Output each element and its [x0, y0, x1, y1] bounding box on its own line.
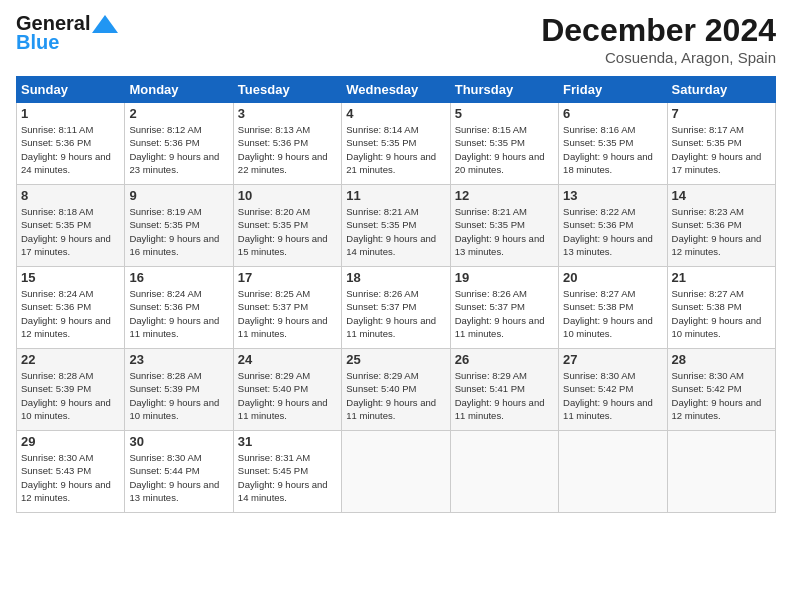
calendar-header-row: SundayMondayTuesdayWednesdayThursdayFrid… — [17, 77, 776, 103]
calendar-day-cell: 4Sunrise: 8:14 AMSunset: 5:35 PMDaylight… — [342, 103, 450, 185]
calendar-day-header: Thursday — [450, 77, 558, 103]
day-number: 2 — [129, 106, 228, 121]
header: General Blue December 2024 Cosuenda, Ara… — [16, 12, 776, 66]
day-info: Sunrise: 8:27 AMSunset: 5:38 PMDaylight:… — [563, 287, 662, 340]
calendar-day-cell: 22Sunrise: 8:28 AMSunset: 5:39 PMDayligh… — [17, 349, 125, 431]
day-number: 31 — [238, 434, 337, 449]
day-info: Sunrise: 8:22 AMSunset: 5:36 PMDaylight:… — [563, 205, 662, 258]
day-number: 21 — [672, 270, 771, 285]
calendar-day-cell: 30Sunrise: 8:30 AMSunset: 5:44 PMDayligh… — [125, 431, 233, 513]
day-number: 4 — [346, 106, 445, 121]
day-number: 22 — [21, 352, 120, 367]
calendar-day-cell: 19Sunrise: 8:26 AMSunset: 5:37 PMDayligh… — [450, 267, 558, 349]
day-info: Sunrise: 8:30 AMSunset: 5:43 PMDaylight:… — [21, 451, 120, 504]
calendar-day-cell: 18Sunrise: 8:26 AMSunset: 5:37 PMDayligh… — [342, 267, 450, 349]
day-info: Sunrise: 8:24 AMSunset: 5:36 PMDaylight:… — [129, 287, 228, 340]
day-info: Sunrise: 8:16 AMSunset: 5:35 PMDaylight:… — [563, 123, 662, 176]
calendar-day-cell: 29Sunrise: 8:30 AMSunset: 5:43 PMDayligh… — [17, 431, 125, 513]
calendar-day-cell: 25Sunrise: 8:29 AMSunset: 5:40 PMDayligh… — [342, 349, 450, 431]
calendar-day-cell: 1Sunrise: 8:11 AMSunset: 5:36 PMDaylight… — [17, 103, 125, 185]
calendar-week-row: 8Sunrise: 8:18 AMSunset: 5:35 PMDaylight… — [17, 185, 776, 267]
day-info: Sunrise: 8:29 AMSunset: 5:40 PMDaylight:… — [238, 369, 337, 422]
calendar-table: SundayMondayTuesdayWednesdayThursdayFrid… — [16, 76, 776, 513]
day-number: 23 — [129, 352, 228, 367]
day-number: 14 — [672, 188, 771, 203]
day-info: Sunrise: 8:29 AMSunset: 5:41 PMDaylight:… — [455, 369, 554, 422]
day-info: Sunrise: 8:14 AMSunset: 5:35 PMDaylight:… — [346, 123, 445, 176]
calendar-day-cell: 24Sunrise: 8:29 AMSunset: 5:40 PMDayligh… — [233, 349, 341, 431]
calendar-week-row: 15Sunrise: 8:24 AMSunset: 5:36 PMDayligh… — [17, 267, 776, 349]
day-number: 8 — [21, 188, 120, 203]
day-info: Sunrise: 8:17 AMSunset: 5:35 PMDaylight:… — [672, 123, 771, 176]
day-number: 15 — [21, 270, 120, 285]
calendar-day-cell: 16Sunrise: 8:24 AMSunset: 5:36 PMDayligh… — [125, 267, 233, 349]
calendar-week-row: 22Sunrise: 8:28 AMSunset: 5:39 PMDayligh… — [17, 349, 776, 431]
day-number: 28 — [672, 352, 771, 367]
calendar-day-cell: 8Sunrise: 8:18 AMSunset: 5:35 PMDaylight… — [17, 185, 125, 267]
calendar-day-header: Saturday — [667, 77, 775, 103]
logo: General Blue — [16, 12, 118, 54]
day-info: Sunrise: 8:28 AMSunset: 5:39 PMDaylight:… — [21, 369, 120, 422]
logo-icon — [92, 15, 118, 33]
calendar-day-cell: 2Sunrise: 8:12 AMSunset: 5:36 PMDaylight… — [125, 103, 233, 185]
calendar-day-cell: 6Sunrise: 8:16 AMSunset: 5:35 PMDaylight… — [559, 103, 667, 185]
calendar-day-cell — [450, 431, 558, 513]
day-info: Sunrise: 8:25 AMSunset: 5:37 PMDaylight:… — [238, 287, 337, 340]
day-number: 6 — [563, 106, 662, 121]
calendar-day-header: Monday — [125, 77, 233, 103]
calendar-day-header: Wednesday — [342, 77, 450, 103]
calendar-day-cell: 9Sunrise: 8:19 AMSunset: 5:35 PMDaylight… — [125, 185, 233, 267]
title-block: December 2024 Cosuenda, Aragon, Spain — [541, 12, 776, 66]
day-info: Sunrise: 8:21 AMSunset: 5:35 PMDaylight:… — [455, 205, 554, 258]
day-info: Sunrise: 8:26 AMSunset: 5:37 PMDaylight:… — [346, 287, 445, 340]
calendar-day-cell: 17Sunrise: 8:25 AMSunset: 5:37 PMDayligh… — [233, 267, 341, 349]
calendar-day-cell: 31Sunrise: 8:31 AMSunset: 5:45 PMDayligh… — [233, 431, 341, 513]
calendar-day-cell: 11Sunrise: 8:21 AMSunset: 5:35 PMDayligh… — [342, 185, 450, 267]
month-title: December 2024 — [541, 12, 776, 49]
day-info: Sunrise: 8:31 AMSunset: 5:45 PMDaylight:… — [238, 451, 337, 504]
calendar-day-cell: 21Sunrise: 8:27 AMSunset: 5:38 PMDayligh… — [667, 267, 775, 349]
calendar-day-cell: 27Sunrise: 8:30 AMSunset: 5:42 PMDayligh… — [559, 349, 667, 431]
day-info: Sunrise: 8:28 AMSunset: 5:39 PMDaylight:… — [129, 369, 228, 422]
day-info: Sunrise: 8:12 AMSunset: 5:36 PMDaylight:… — [129, 123, 228, 176]
calendar-day-header: Sunday — [17, 77, 125, 103]
day-info: Sunrise: 8:11 AMSunset: 5:36 PMDaylight:… — [21, 123, 120, 176]
calendar-day-cell — [667, 431, 775, 513]
calendar-day-header: Tuesday — [233, 77, 341, 103]
calendar-week-row: 1Sunrise: 8:11 AMSunset: 5:36 PMDaylight… — [17, 103, 776, 185]
page-container: General Blue December 2024 Cosuenda, Ara… — [0, 0, 792, 521]
day-number: 18 — [346, 270, 445, 285]
day-number: 13 — [563, 188, 662, 203]
day-info: Sunrise: 8:30 AMSunset: 5:42 PMDaylight:… — [672, 369, 771, 422]
day-info: Sunrise: 8:13 AMSunset: 5:36 PMDaylight:… — [238, 123, 337, 176]
calendar-day-cell: 23Sunrise: 8:28 AMSunset: 5:39 PMDayligh… — [125, 349, 233, 431]
calendar-day-cell: 28Sunrise: 8:30 AMSunset: 5:42 PMDayligh… — [667, 349, 775, 431]
day-number: 25 — [346, 352, 445, 367]
day-number: 30 — [129, 434, 228, 449]
day-info: Sunrise: 8:15 AMSunset: 5:35 PMDaylight:… — [455, 123, 554, 176]
calendar-day-cell: 13Sunrise: 8:22 AMSunset: 5:36 PMDayligh… — [559, 185, 667, 267]
day-number: 27 — [563, 352, 662, 367]
day-number: 9 — [129, 188, 228, 203]
day-number: 11 — [346, 188, 445, 203]
day-info: Sunrise: 8:30 AMSunset: 5:42 PMDaylight:… — [563, 369, 662, 422]
day-number: 3 — [238, 106, 337, 121]
day-number: 19 — [455, 270, 554, 285]
day-number: 10 — [238, 188, 337, 203]
day-number: 20 — [563, 270, 662, 285]
day-info: Sunrise: 8:19 AMSunset: 5:35 PMDaylight:… — [129, 205, 228, 258]
day-info: Sunrise: 8:30 AMSunset: 5:44 PMDaylight:… — [129, 451, 228, 504]
day-number: 16 — [129, 270, 228, 285]
calendar-day-header: Friday — [559, 77, 667, 103]
day-number: 17 — [238, 270, 337, 285]
day-info: Sunrise: 8:18 AMSunset: 5:35 PMDaylight:… — [21, 205, 120, 258]
calendar-day-cell — [559, 431, 667, 513]
location-subtitle: Cosuenda, Aragon, Spain — [541, 49, 776, 66]
calendar-day-cell: 15Sunrise: 8:24 AMSunset: 5:36 PMDayligh… — [17, 267, 125, 349]
calendar-week-row: 29Sunrise: 8:30 AMSunset: 5:43 PMDayligh… — [17, 431, 776, 513]
day-info: Sunrise: 8:27 AMSunset: 5:38 PMDaylight:… — [672, 287, 771, 340]
calendar-day-cell: 12Sunrise: 8:21 AMSunset: 5:35 PMDayligh… — [450, 185, 558, 267]
calendar-day-cell: 20Sunrise: 8:27 AMSunset: 5:38 PMDayligh… — [559, 267, 667, 349]
day-number: 1 — [21, 106, 120, 121]
day-number: 26 — [455, 352, 554, 367]
